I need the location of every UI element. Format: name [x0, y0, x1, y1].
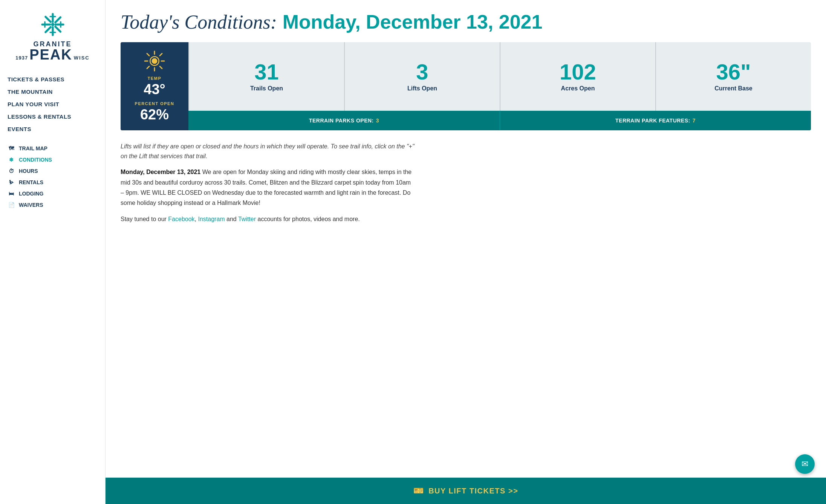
nav-mountain[interactable]: THE MOUNTAIN [8, 86, 98, 98]
lifts-label: Lifts Open [407, 85, 437, 92]
social-comma: , [195, 216, 196, 222]
chat-button[interactable]: ✉ [795, 454, 815, 474]
info-section: Lifts will list if they are open or clos… [121, 142, 415, 224]
main-navigation: TICKETS & PASSES THE MOUNTAIN PLAN YOUR … [8, 73, 98, 135]
nav-plan[interactable]: PLAN YOUR VISIT [8, 98, 98, 110]
svg-rect-15 [60, 21, 61, 24]
weather-panel: TEMP 43° PERCENT OPEN 62% [121, 42, 188, 130]
logo-area: GRANITE 1937 PEAK WISC [8, 11, 98, 62]
temp-value: 43° [144, 81, 165, 98]
lifts-number: 3 [416, 61, 428, 83]
terrain-features-label: TERRAIN PARK FEATURES: [615, 118, 690, 124]
sidebar-item-conditions[interactable]: ❄ CONDITIONS [8, 156, 98, 163]
base-number: 36" [716, 61, 751, 83]
svg-rect-9 [49, 16, 53, 17]
spacer [121, 235, 811, 478]
sidebar-label-trail-map: TRAIL MAP [19, 145, 47, 151]
logo-year: 1937 [15, 55, 28, 60]
svg-rect-4 [54, 23, 64, 25]
svg-line-25 [147, 66, 149, 69]
base-label: Current Base [714, 85, 752, 92]
svg-line-22 [147, 53, 149, 56]
social-pre: Stay tuned to our [121, 216, 168, 222]
sun-icon [143, 50, 166, 72]
doc-icon: 📄 [8, 201, 15, 209]
svg-line-24 [160, 53, 162, 56]
stat-trails: 31 Trails Open [188, 42, 344, 111]
terrain-parks-label: TERRAIN PARKS OPEN: [309, 118, 374, 124]
social-twitter-link[interactable]: Twitter [238, 216, 256, 222]
terrain-parks-value: 3 [376, 118, 379, 124]
info-body-text: Monday, December 13, 2021 We are open fo… [121, 167, 415, 208]
temp-label: TEMP [148, 76, 162, 81]
svg-rect-11 [49, 32, 53, 33]
stats-bottom-row: TERRAIN PARKS OPEN: 3 TERRAIN PARK FEATU… [188, 111, 811, 130]
trails-number: 31 [254, 61, 279, 83]
stat-lifts: 3 Lifts Open [344, 42, 500, 111]
sidebar-item-waivers[interactable]: 📄 WAIVERS [8, 201, 98, 209]
title-bold: Monday, December 13, 2021 [283, 11, 543, 33]
social-facebook-link[interactable]: Facebook [168, 216, 194, 222]
sidebar-label-conditions: CONDITIONS [19, 157, 52, 163]
social-post: accounts for photos, videos and more. [256, 216, 360, 222]
info-social-text: Stay tuned to our Facebook, Instagram an… [121, 214, 415, 224]
logo-wisc: WISC [74, 55, 90, 60]
nav-tickets[interactable]: TICKETS & PASSES [8, 73, 98, 86]
svg-point-0 [51, 23, 54, 26]
sidebar-label-hours: HOURS [19, 168, 38, 174]
bed-icon: 🛏 [8, 190, 15, 197]
stats-top-row: 31 Trails Open 3 Lifts Open 102 Acres Op… [188, 42, 811, 111]
sidebar-item-trail-map[interactable]: 🗺 TRAIL MAP [8, 145, 98, 152]
title-script: Today's Conditions: [121, 11, 277, 33]
info-italic-text: Lifts will list if they are open or clos… [121, 142, 415, 161]
footer-bar: 🎫 BUY LIFT TICKETS >> [106, 478, 826, 504]
snowflake-logo [40, 11, 66, 38]
pct-label: PERCENT OPEN [135, 101, 174, 106]
svg-line-23 [160, 66, 162, 69]
sidebar-label-lodging: LODGING [19, 191, 43, 197]
sidebar-label-waivers: WAIVERS [19, 202, 43, 208]
secondary-navigation: 🗺 TRAIL MAP ❄ CONDITIONS ⏱ HOURS ⛷ RENTA… [8, 145, 98, 209]
stat-base: 36" Current Base [655, 42, 811, 111]
terrain-features-value: 7 [693, 118, 696, 124]
buy-tickets-label: BUY LIFT TICKETS >> [428, 487, 518, 495]
social-instagram-link[interactable]: Instagram [198, 216, 225, 222]
svg-rect-1 [52, 13, 54, 23]
sidebar-item-hours[interactable]: ⏱ HOURS [8, 167, 98, 175]
snowflake-nav-icon: ❄ [8, 156, 15, 163]
social-and: and [225, 216, 238, 222]
acres-number: 102 [560, 61, 596, 83]
svg-rect-13 [44, 21, 46, 24]
svg-rect-10 [53, 16, 56, 17]
info-date: Monday, December 13, 2021 [121, 169, 200, 175]
svg-rect-14 [44, 24, 46, 28]
acres-label: Acres Open [561, 85, 595, 92]
svg-rect-2 [52, 26, 54, 36]
main-content: Today's Conditions: Monday, December 13,… [106, 0, 826, 504]
svg-rect-16 [60, 24, 61, 28]
nav-lessons[interactable]: LESSONS & RENTALS [8, 110, 98, 123]
ticket-icon: 🎫 [413, 486, 424, 496]
sidebar-item-rentals[interactable]: ⛷ RENTALS [8, 179, 98, 186]
pct-value: 62% [140, 107, 169, 123]
logo-peak: PEAK [29, 47, 72, 62]
nav-events[interactable]: EVENTS [8, 123, 98, 135]
clock-icon: ⏱ [8, 167, 15, 175]
logo-text: GRANITE 1937 PEAK WISC [15, 41, 89, 62]
stats-bar: TEMP 43° PERCENT OPEN 62% 31 Trails Open… [121, 42, 811, 130]
chat-icon: ✉ [802, 459, 808, 469]
page-title: Today's Conditions: Monday, December 13,… [121, 11, 811, 33]
sidebar-item-lodging[interactable]: 🛏 LODGING [8, 190, 98, 197]
svg-rect-3 [41, 23, 51, 25]
ski-icon: ⛷ [8, 179, 15, 186]
stats-numbers: 31 Trails Open 3 Lifts Open 102 Acres Op… [188, 42, 811, 130]
sidebar-label-rentals: RENTALS [19, 179, 43, 185]
trails-label: Trails Open [250, 85, 283, 92]
terrain-parks-cell: TERRAIN PARKS OPEN: 3 [188, 111, 500, 130]
buy-tickets-button[interactable]: 🎫 BUY LIFT TICKETS >> [413, 486, 519, 496]
svg-rect-12 [53, 32, 56, 33]
stat-acres: 102 Acres Open [500, 42, 655, 111]
sidebar: GRANITE 1937 PEAK WISC TICKETS & PASSES … [0, 0, 106, 504]
map-icon: 🗺 [8, 145, 15, 152]
page-title-area: Today's Conditions: Monday, December 13,… [121, 11, 811, 33]
